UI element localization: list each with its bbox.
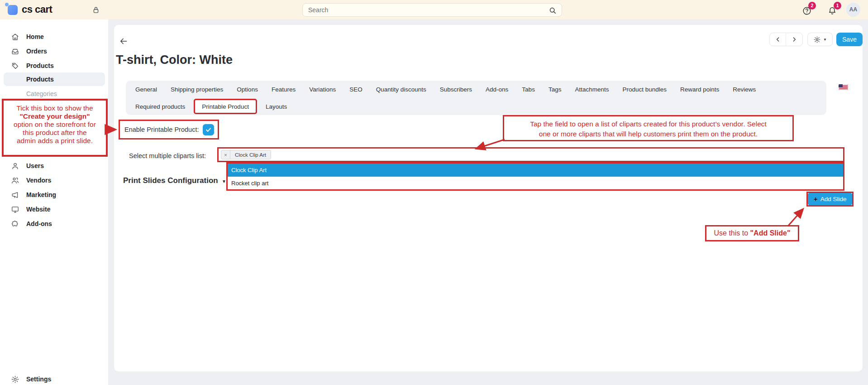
tab-shipping-properties[interactable]: Shipping properties — [164, 86, 230, 93]
sidebar-subitem-label: Categories — [26, 90, 57, 97]
tab-printable-product-highlight[interactable]: Printable Product — [194, 99, 257, 114]
settings-dropdown-button[interactable]: ▼ — [807, 33, 833, 46]
annotation-bold-line: "Create your design" — [4, 112, 106, 120]
tab-seo[interactable]: SEO — [343, 86, 369, 93]
cliparts-list-label: Select multiple cliparts list: — [129, 152, 206, 159]
lock-icon[interactable] — [91, 5, 100, 15]
tab-variations[interactable]: Variations — [302, 86, 343, 93]
cliparts-annotation-arrow — [468, 137, 509, 153]
tab-features[interactable]: Features — [265, 86, 302, 93]
cs-cart-logo-icon[interactable] — [8, 5, 18, 15]
sidebar-item-users[interactable]: Users — [0, 159, 109, 173]
tag-icon — [11, 62, 19, 70]
search-icon[interactable] — [548, 6, 557, 15]
enable-printable-label: Enable Printable Product: — [124, 126, 199, 133]
annotation-line: Tap the field to open a list of cliparts… — [504, 119, 792, 129]
dropdown-option-clock-clip-art[interactable]: Clock Clip Art — [228, 164, 843, 177]
tab-general[interactable]: General — [129, 86, 164, 93]
sidebar-item-label: Website — [26, 206, 50, 213]
sidebar: Home Orders Products Products Categories… — [0, 19, 109, 385]
prev-product-button[interactable] — [770, 33, 786, 46]
sidebar-subitem-label: Products — [26, 76, 54, 83]
cliparts-annotation: Tap the field to open a list of cliparts… — [503, 115, 794, 141]
sidebar-item-label: Marketing — [26, 191, 56, 198]
puzzle-icon — [11, 220, 19, 228]
language-flag-us-icon[interactable] — [839, 84, 848, 90]
user-icon — [11, 162, 19, 170]
enable-printable-highlight: Enable Printable Product: — [119, 120, 219, 140]
sidebar-item-label: Orders — [26, 48, 47, 55]
megaphone-icon — [11, 191, 19, 199]
sidebar-item-home[interactable]: Home — [0, 30, 109, 43]
tab-subscribers[interactable]: Subscribers — [433, 86, 479, 93]
back-arrow-icon[interactable] — [119, 37, 129, 46]
annotation-line: admin adds a print slide. — [4, 137, 106, 145]
tab-required-products[interactable]: Required products — [129, 103, 192, 110]
plus-icon-with-cursor: + — [813, 195, 817, 203]
annotation-line: this product after the — [4, 129, 106, 137]
annotation-line: option on the storefront for — [4, 120, 106, 129]
tab-tabs[interactable]: Tabs — [515, 86, 542, 93]
tab-attachments[interactable]: Attachments — [568, 86, 615, 93]
cliparts-dropdown: Clock Clip Art Rocket clip art — [226, 162, 844, 191]
logo-text[interactable]: cs cart — [22, 4, 52, 15]
orders-inbox-icon — [11, 47, 19, 56]
add-slide-label: Add Slide — [820, 196, 847, 202]
home-icon — [11, 33, 19, 41]
sidebar-item-label: Products — [26, 62, 54, 69]
sidebar-item-products[interactable]: Products — [0, 59, 109, 72]
sidebar-item-settings[interactable]: Settings — [0, 372, 109, 385]
tabs-row-2: Required products Printable Product Layo… — [129, 98, 824, 115]
tab-product-bundles[interactable]: Product bundles — [615, 86, 673, 93]
dropdown-option-rocket-clip-art[interactable]: Rocket clip art — [228, 177, 843, 189]
sidebar-item-label: Home — [26, 33, 44, 40]
print-slides-heading[interactable]: Print Slides Configuration — [123, 176, 218, 185]
page-title: T-shirt, Color: White — [116, 53, 233, 67]
add-slide-annotation-arrow — [783, 204, 810, 228]
sidebar-item-orders[interactable]: Orders — [0, 44, 109, 58]
tab-layouts[interactable]: Layouts — [259, 103, 294, 110]
help-badge: 2 — [808, 2, 816, 10]
enable-printable-checkbox[interactable] — [203, 124, 214, 135]
tab-printable-product: Printable Product — [202, 103, 249, 110]
annotation-bold-text: "Add Slide" — [750, 229, 791, 237]
token-label: Clock Clip Art — [230, 150, 271, 159]
sidebar-item-label: Users — [26, 162, 44, 169]
annotation-line: Tick this box to show the — [4, 104, 106, 112]
global-search — [302, 3, 562, 17]
add-slide-button[interactable]: + Add Slide — [808, 193, 852, 205]
tab-reviews[interactable]: Reviews — [726, 86, 763, 93]
gear-icon — [11, 375, 19, 384]
tab-tags[interactable]: Tags — [542, 86, 568, 93]
tabs-row-1: General Shipping properties Options Feat… — [129, 81, 824, 98]
tab-addons[interactable]: Add-ons — [479, 86, 515, 93]
chevron-down-icon: ▼ — [823, 38, 827, 42]
sidebar-item-products-sub[interactable]: Products — [4, 72, 105, 86]
checkbox-annotation: Tick this box to show the "Create your d… — [2, 99, 108, 157]
annotation-line: one or more cliparts that will help cust… — [504, 129, 792, 139]
checkbox-annotation-arrow — [106, 125, 121, 134]
tab-options[interactable]: Options — [230, 86, 265, 93]
save-button[interactable]: Save — [836, 33, 863, 46]
sidebar-item-addons[interactable]: Add-ons — [0, 217, 109, 231]
remove-token-icon[interactable]: × — [221, 150, 230, 159]
next-product-button[interactable] — [786, 33, 802, 46]
check-icon — [205, 126, 212, 133]
sidebar-item-vendors[interactable]: Vendors — [0, 173, 109, 187]
selected-clipart-token: × Clock Clip Art — [221, 150, 271, 159]
tab-quantity-discounts[interactable]: Quantity discounts — [369, 86, 433, 93]
sidebar-item-website[interactable]: Website — [0, 202, 109, 216]
tab-reward-points[interactable]: Reward points — [673, 86, 726, 93]
sidebar-item-marketing[interactable]: Marketing — [0, 188, 109, 202]
pagination-group — [769, 33, 803, 46]
add-slide-highlight: + Add Slide — [806, 192, 854, 207]
product-edit-panel: T-shirt, Color: White ▼ Save General Shi… — [114, 25, 863, 371]
cliparts-multiselect-field[interactable]: × Clock Clip Art — [217, 147, 844, 162]
notification-badge: 1 — [834, 2, 841, 10]
avatar[interactable]: AA — [846, 3, 860, 17]
sidebar-item-label: Add-ons — [26, 220, 52, 227]
gear-icon — [813, 36, 821, 43]
chevron-down-icon[interactable]: ▼ — [222, 179, 226, 184]
search-input[interactable] — [308, 4, 544, 16]
sidebar-item-label: Vendors — [26, 177, 51, 184]
